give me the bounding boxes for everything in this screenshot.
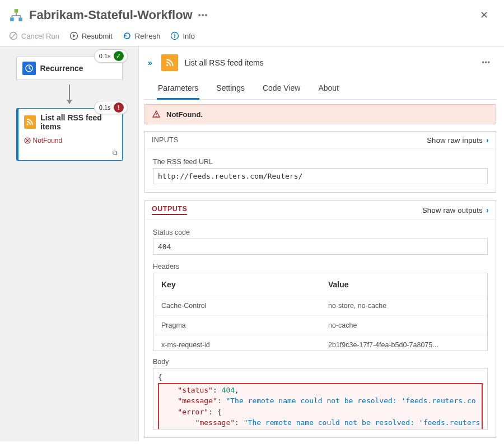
refresh-icon xyxy=(123,31,132,40)
body-output[interactable]: { "status": 404, "message": "The remote … xyxy=(153,368,488,430)
tab-about[interactable]: About xyxy=(317,80,340,99)
svg-point-10 xyxy=(27,123,29,125)
outputs-heading: OUTPUTS xyxy=(152,205,187,215)
svg-point-7 xyxy=(174,34,175,35)
node-status-badge: 0.1s ✓ xyxy=(94,49,128,63)
svg-point-12 xyxy=(166,64,168,67)
detail-more-icon[interactable]: ••• xyxy=(482,59,496,67)
svg-rect-13 xyxy=(156,113,156,115)
title-more-icon[interactable]: ••• xyxy=(198,11,208,20)
headers-value-col: Value xyxy=(320,273,487,296)
tab-code-view[interactable]: Code View xyxy=(262,80,301,99)
table-row: Cache-Controlno-store, no-cache xyxy=(153,296,487,316)
chevron-right-icon: › xyxy=(486,206,489,214)
svg-rect-14 xyxy=(156,116,156,116)
error-x-icon xyxy=(24,137,31,144)
url-label: The RSS feed URL xyxy=(153,158,488,166)
status-code-value[interactable]: 404 xyxy=(153,239,488,255)
body-label: Body xyxy=(153,358,488,366)
error-banner: NotFound. xyxy=(144,104,496,124)
detail-title: List all RSS feed items xyxy=(185,58,264,67)
show-raw-outputs-link[interactable]: Show raw outputs› xyxy=(422,206,489,214)
inputs-panel: INPUTS Show raw inputs› The RSS feed URL… xyxy=(144,131,496,193)
cancel-icon xyxy=(9,31,18,40)
svg-rect-2 xyxy=(18,17,22,21)
tab-parameters[interactable]: Parameters xyxy=(157,80,199,100)
refresh-button[interactable]: Refresh xyxy=(123,31,161,40)
headers-key-col: Key xyxy=(153,273,320,296)
url-value[interactable]: http://feeds.reuters.com/Reuters/ xyxy=(153,168,488,184)
tab-settings[interactable]: Settings xyxy=(215,80,246,99)
node-status-badge: 0.1s ! xyxy=(94,101,128,114)
info-button[interactable]: Info xyxy=(170,31,195,40)
show-raw-inputs-link[interactable]: Show raw inputs› xyxy=(427,136,489,144)
connector-arrow xyxy=(69,85,70,104)
headers-label: Headers xyxy=(153,263,488,270)
table-row: Pragmano-cache xyxy=(153,316,487,335)
outputs-panel: OUTPUTS Show raw outputs› Status code 40… xyxy=(144,200,496,438)
collapse-panel-icon[interactable]: » xyxy=(146,56,155,69)
close-button[interactable]: ✕ xyxy=(475,7,493,24)
resubmit-icon xyxy=(69,31,78,40)
info-icon xyxy=(170,31,179,40)
svg-rect-0 xyxy=(15,9,18,13)
headers-table[interactable]: Key Value Cache-Controlno-store, no-cach… xyxy=(153,273,488,351)
cancel-run-button: Cancel Run xyxy=(9,31,59,40)
clock-icon xyxy=(22,62,36,75)
warning-icon xyxy=(152,110,161,119)
resubmit-button[interactable]: Resubmit xyxy=(69,31,113,40)
node-title: Recurrence xyxy=(40,64,83,73)
node-title: List all RSS feed items xyxy=(40,113,116,131)
node-link-icon[interactable]: ⧉ xyxy=(18,149,122,160)
node-rss[interactable]: 0.1s ! List all RSS feed items NotFound … xyxy=(16,108,123,161)
workflow-canvas[interactable]: 0.1s ✓ Recurrence 0.1s ! List all RSS fe… xyxy=(0,46,139,441)
node-error-text: NotFound xyxy=(18,136,122,149)
inputs-heading: INPUTS xyxy=(152,136,179,144)
svg-rect-8 xyxy=(175,35,175,38)
workflow-icon xyxy=(9,8,24,22)
table-row: x-ms-request-id2b1f9c3e-17f7-4fea-b5d0-7… xyxy=(153,335,487,352)
chevron-right-icon: › xyxy=(486,136,489,144)
success-icon: ✓ xyxy=(114,51,124,61)
svg-rect-1 xyxy=(10,17,14,21)
node-recurrence[interactable]: 0.1s ✓ Recurrence xyxy=(16,57,123,80)
error-icon: ! xyxy=(114,102,124,113)
rss-icon xyxy=(161,54,178,71)
rss-icon xyxy=(24,115,36,129)
page-title: Fabrikam-Stateful-Workflow xyxy=(29,8,193,22)
status-code-label: Status code xyxy=(153,228,488,236)
svg-line-4 xyxy=(11,34,16,39)
